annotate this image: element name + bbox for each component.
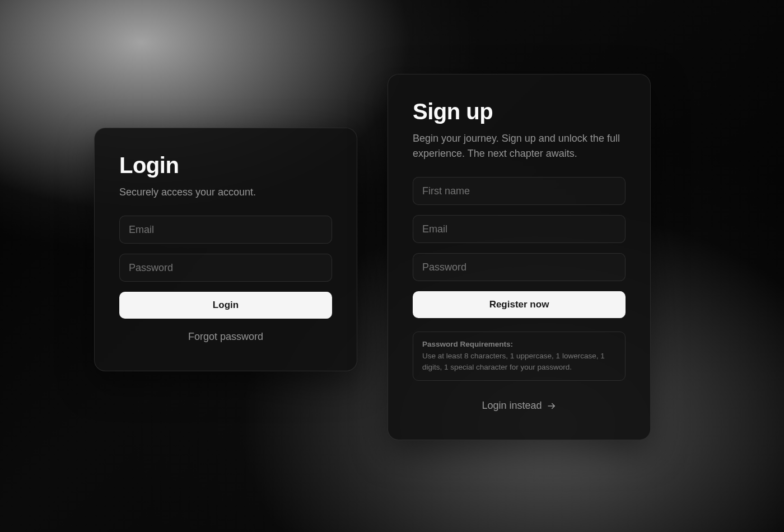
signup-submit-button[interactable]: Register now — [413, 291, 626, 318]
login-card: Login Securely access your account. Logi… — [94, 128, 357, 371]
signup-password-input[interactable] — [413, 253, 626, 281]
password-requirements-text: Use at least 8 characters, 1 uppercase, … — [422, 351, 616, 372]
password-requirements-title: Password Requirements: — [422, 340, 616, 348]
login-instead-link[interactable]: Login instead — [413, 396, 626, 415]
forgot-password-link[interactable]: Forgot password — [119, 328, 332, 346]
login-instead-label: Login instead — [482, 400, 542, 412]
signup-email-input[interactable] — [413, 215, 626, 243]
signup-firstname-input[interactable] — [413, 177, 626, 205]
signup-title: Sign up — [413, 99, 626, 124]
login-email-input[interactable] — [119, 216, 332, 244]
login-password-input[interactable] — [119, 254, 332, 282]
login-submit-button[interactable]: Login — [119, 292, 332, 319]
signup-card: Sign up Begin your journey. Sign up and … — [388, 74, 651, 440]
signup-subtitle: Begin your journey. Sign up and unlock t… — [413, 131, 626, 161]
arrow-right-icon — [547, 401, 557, 411]
login-subtitle: Securely access your account. — [119, 185, 332, 200]
login-title: Login — [119, 153, 332, 178]
password-requirements-box: Password Requirements: Use at least 8 ch… — [413, 332, 626, 381]
